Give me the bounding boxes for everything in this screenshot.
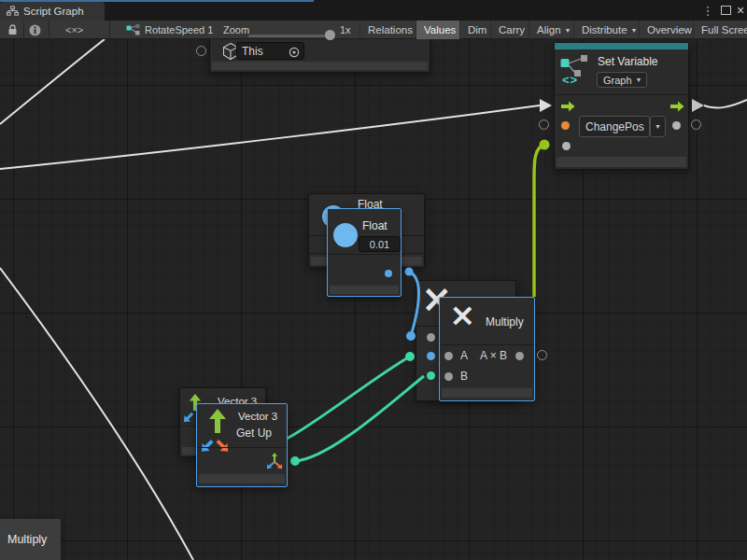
control-output-port[interactable] [670, 101, 684, 112]
toolbar-button-relations[interactable]: Relations [359, 21, 416, 39]
graph-name-label: RotateSpeed 1 [145, 21, 213, 39]
node-footer [557, 157, 686, 167]
multiply-back-port-a[interactable] [427, 333, 435, 342]
node-separator [555, 94, 688, 95]
toolbar-separator [109, 21, 110, 38]
node-separator [440, 344, 534, 345]
window-menu-button[interactable]: ⋮ [700, 0, 715, 21]
vector3-left-arrow-icon [182, 412, 194, 424]
toolbar-button-full-screen[interactable]: Full Screen [693, 21, 747, 39]
variable-kind-dropdown[interactable]: Graph ▼ [597, 72, 647, 88]
this-object-field[interactable]: This [236, 42, 304, 60]
value-input-port[interactable] [562, 142, 571, 150]
tab-label: Script Graph [23, 6, 84, 17]
chevron-down-icon: ▼ [631, 27, 638, 34]
object-picker-icon[interactable] [289, 47, 300, 58]
graph-canvas[interactable]: This <> Set Variable [0, 39, 747, 560]
input-port-b[interactable] [444, 372, 453, 381]
unconnected-port-ring[interactable] [537, 350, 547, 360]
node-footer [212, 62, 428, 70]
window-tab-bar: Script Graph ⋮ × [0, 0, 747, 21]
zoom-label: Zoom [223, 21, 249, 39]
multiply-back-port-connected-vector3[interactable] [427, 371, 435, 380]
node-footer [330, 286, 399, 294]
toolbar-button-overview[interactable]: Overview [639, 21, 693, 39]
close-icon: × [737, 3, 744, 18]
toolbar-button-distribute[interactable]: Distribute▼ [573, 21, 639, 39]
toolbar-button-carry[interactable]: Carry [490, 21, 529, 39]
toolbar-button-align[interactable]: Align▼ [529, 21, 573, 39]
node-separator [328, 254, 401, 255]
graph-tab-icon [7, 6, 19, 17]
toolbar-separator [23, 21, 24, 38]
code-brackets-icon: <> [562, 73, 578, 87]
node-footer [199, 474, 285, 483]
variable-select-dropdown[interactable]: ChangePos [579, 116, 650, 137]
zoom-level-value: 1x [340, 21, 351, 39]
node-this[interactable]: This [209, 39, 430, 73]
vector3-output-port[interactable] [266, 453, 283, 469]
graph-asset-icon [124, 21, 141, 39]
node-title: Vector 3 [238, 411, 277, 422]
variable-name-port[interactable] [561, 121, 570, 130]
control-input-port[interactable] [561, 101, 575, 112]
unity-script-graph-window: Script Graph ⋮ × <×> [0, 0, 747, 560]
variable-accent-bar [555, 43, 688, 49]
unconnected-port-ring[interactable] [691, 119, 701, 130]
lock-button[interactable] [4, 21, 21, 39]
graph-toolbar: <×> RotateSpeed 1 Zoom 1x Relations Valu… [0, 21, 747, 39]
kebab-menu-icon: ⋮ [702, 4, 714, 18]
node-title: Float [362, 219, 388, 232]
node-subtitle: Get Up [236, 427, 272, 440]
info-button[interactable] [26, 21, 43, 39]
multiply-icon: × [449, 296, 476, 333]
chevron-down-icon: ▼ [636, 77, 642, 83]
zoom-slider-handle[interactable] [325, 30, 335, 40]
port-label-b: B [460, 370, 468, 383]
node-footer [442, 388, 532, 398]
unconnected-port-ring[interactable] [539, 119, 549, 130]
float-value-input[interactable]: 0.01 [359, 236, 401, 252]
multiply-back-port-connected-float[interactable] [427, 352, 435, 360]
info-icon [29, 24, 41, 36]
window-maximize-button[interactable] [717, 0, 734, 21]
toolbar-button-dim[interactable]: Dim [459, 21, 490, 39]
chevron-down-icon: ▼ [655, 123, 661, 130]
toolbar-separator [49, 21, 49, 38]
window-close-button[interactable]: × [734, 0, 747, 21]
port-label-a: A [460, 349, 468, 362]
node-multiply[interactable]: × Multiply A A × B B [439, 297, 535, 401]
api-toggle-button[interactable]: <×> [65, 21, 83, 39]
toolbar-button-values[interactable]: Values [416, 21, 459, 39]
node-separator [197, 447, 287, 448]
node-name-tooltip: Multiply [0, 519, 61, 560]
node-title: Multiply [486, 315, 524, 329]
maximize-icon [721, 6, 731, 15]
output-port[interactable] [515, 352, 524, 360]
lock-icon [7, 24, 18, 35]
zoom-slider-track[interactable] [248, 35, 332, 37]
chevron-down-icon: ▼ [565, 27, 571, 34]
input-port-a[interactable] [444, 352, 453, 360]
port-label-a-times-b: A × B [480, 349, 507, 362]
tab-script-graph[interactable]: Script Graph [0, 2, 105, 21]
node-float[interactable]: Float 0.01 [327, 208, 402, 297]
variable-select-caret-button[interactable]: ▼ [650, 116, 666, 137]
float-type-icon [333, 223, 358, 247]
node-get-up[interactable]: Vector 3 Get Up [196, 403, 288, 487]
node-title: Set Variable [598, 55, 657, 68]
node-set-variable[interactable]: <> Set Variable Graph ▼ ChangePos [554, 42, 689, 170]
unconnected-port-ring[interactable] [196, 46, 206, 56]
float-output-port[interactable] [385, 270, 392, 277]
variable-output-port[interactable] [672, 121, 681, 130]
